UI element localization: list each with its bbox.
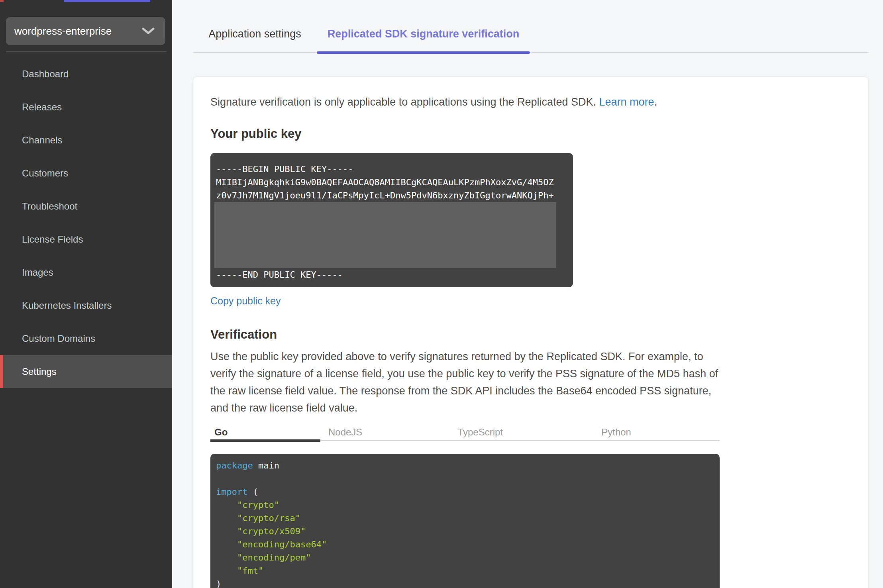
code-token: import (216, 487, 247, 497)
sidebar-item-kubernetes-installers[interactable]: Kubernetes Installers (0, 289, 172, 322)
app-selector-dropdown[interactable]: wordpress-enterprise (6, 17, 165, 45)
intro-period: . (654, 96, 657, 108)
public-key-line: z0v7Jh7M1NgV1joeu9l1/IaCPsMpyIcL+Dnw5Pdv… (216, 189, 567, 202)
public-key-end-line: -----END PUBLIC KEY----- (216, 268, 567, 281)
copy-public-key-link[interactable]: Copy public key (210, 295, 281, 307)
code-token (216, 500, 237, 510)
settings-card: Signature verification is only applicabl… (193, 76, 869, 588)
sidebar-item-channels[interactable]: Channels (0, 123, 172, 157)
sidebar-nav: DashboardReleasesChannelsCustomersTroubl… (0, 57, 172, 388)
sidebar-item-license-fields[interactable]: License Fields (0, 223, 172, 256)
learn-more-link[interactable]: Learn more (599, 96, 654, 108)
tab-application-settings[interactable]: Application settings (193, 16, 317, 52)
sidebar-item-images[interactable]: Images (0, 256, 172, 289)
code-token: ( (247, 487, 258, 497)
app-selector-value: wordpress-enterprise (6, 25, 141, 37)
code-token: "encoding/base64" (237, 539, 327, 549)
sidebar-divider (6, 51, 167, 52)
sidebar-item-dashboard[interactable]: Dashboard (0, 57, 172, 90)
intro-sentence: Signature verification is only applicabl… (210, 96, 599, 108)
code-token: "encoding/pem" (237, 553, 311, 563)
public-key-block: -----BEGIN PUBLIC KEY----- MIIBIjANBgkqh… (210, 153, 573, 287)
public-key-heading: Your public key (210, 126, 868, 142)
code-token (216, 539, 237, 549)
chevron-down-icon (141, 27, 155, 35)
top-strip-red-segment (0, 0, 4, 2)
settings-tabs: Application settingsReplicated SDK signa… (193, 16, 869, 53)
code-tab-typescript[interactable]: TypeScript (458, 427, 503, 438)
code-token: "fmt" (237, 566, 263, 576)
code-tab-python[interactable]: Python (601, 427, 631, 438)
verification-description: Use the public key provided above to ver… (210, 348, 720, 417)
code-token (216, 526, 237, 536)
public-key-redacted-area (214, 202, 556, 268)
top-strip-indigo-segment (64, 0, 150, 2)
public-key-begin-line: -----BEGIN PUBLIC KEY----- (216, 163, 567, 176)
sidebar-item-settings[interactable]: Settings (0, 355, 172, 388)
code-token: main (253, 461, 279, 470)
top-strip (0, 0, 172, 2)
code-token (216, 566, 237, 576)
public-key-line: MIIBIjANBgkqhkiG9w0BAQEFAAOCAQ8AMIIBCgKC… (216, 176, 567, 189)
code-token: "crypto" (237, 500, 279, 510)
sidebar: wordpress-enterprise DashboardReleasesCh… (0, 0, 172, 588)
code-tab-nodejs[interactable]: NodeJS (328, 427, 362, 438)
tab-replicated-sdk-signature-verification[interactable]: Replicated SDK signature verification (317, 16, 530, 52)
sidebar-item-custom-domains[interactable]: Custom Domains (0, 322, 172, 355)
go-code: package main import ( "crypto" "crypto/r… (216, 459, 720, 588)
sidebar-item-customers[interactable]: Customers (0, 157, 172, 190)
code-token: package (216, 461, 253, 470)
main-content: Application settingsReplicated SDK signa… (172, 0, 883, 588)
active-language-underline (210, 439, 320, 442)
verification-heading: Verification (210, 327, 868, 343)
code-token: "crypto/rsa" (237, 513, 300, 523)
code-language-tabs: GoNodeJSTypeScriptPython (210, 423, 720, 441)
code-block: package main import ( "crypto" "crypto/r… (210, 454, 720, 588)
screen: wordpress-enterprise DashboardReleasesCh… (0, 0, 883, 588)
code-token: ) (216, 579, 221, 588)
code-token (216, 553, 237, 563)
code-token: "crypto/x509" (237, 526, 306, 536)
code-token (216, 513, 237, 523)
code-tab-go[interactable]: Go (214, 427, 228, 438)
intro-text: Signature verification is only applicabl… (210, 94, 720, 111)
sidebar-item-releases[interactable]: Releases (0, 90, 172, 123)
sidebar-item-troubleshoot[interactable]: Troubleshoot (0, 190, 172, 223)
